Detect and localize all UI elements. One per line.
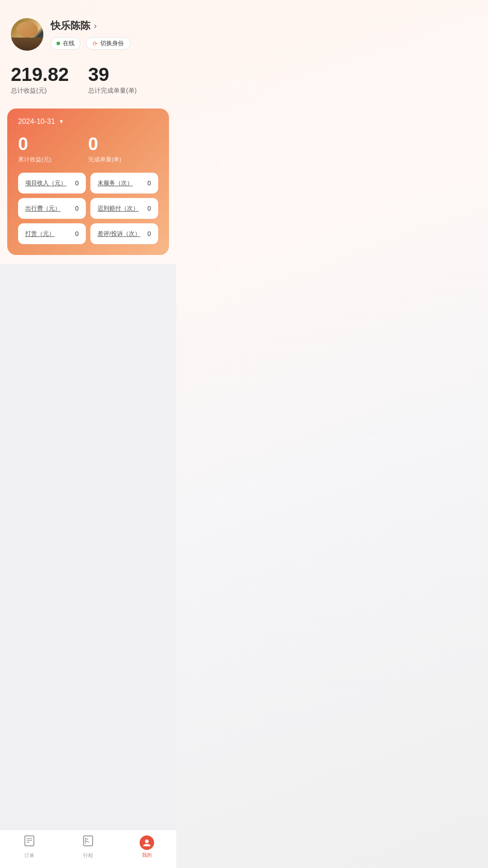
date-card: 2024-10-31 ▼ 0 累计收益(元) 0 完成单量(单) 项目收入（元）… <box>7 108 169 255</box>
detail-item-3[interactable]: 迟到赔付（次） 0 <box>90 198 158 219</box>
detail-value-3: 0 <box>147 205 151 212</box>
nav-item-mine[interactable]: 我的 <box>129 835 165 859</box>
nav-item-orders[interactable]: 订单 <box>11 835 47 859</box>
date-selector[interactable]: 2024-10-31 ▼ <box>18 118 158 126</box>
detail-value-4: 0 <box>75 230 79 237</box>
svg-rect-0 <box>25 836 34 846</box>
online-label: 在线 <box>63 39 75 47</box>
avatar[interactable] <box>11 18 43 51</box>
svg-line-6 <box>85 838 88 840</box>
username-row: 快乐陈陈 › <box>51 19 131 33</box>
detail-item-1[interactable]: 未服务（次） 0 <box>90 173 158 193</box>
detail-label-5: 差评/投诉（次） <box>98 230 141 238</box>
switch-label: 切换身份 <box>100 39 124 47</box>
detail-value-1: 0 <box>147 179 151 187</box>
cumulative-earnings-value: 0 <box>18 134 88 154</box>
order-icon <box>23 835 36 850</box>
header-section: 快乐陈陈 › 在线 ⟳ 切换身份 <box>0 0 176 60</box>
detail-item-2[interactable]: 出行费（元） 0 <box>18 198 86 219</box>
total-earnings-label: 总计收益(元) <box>11 87 88 95</box>
chevron-right-icon: › <box>94 21 97 31</box>
detail-value-5: 0 <box>147 230 151 237</box>
completed-orders-label: 完成单量(单) <box>88 156 158 164</box>
detail-label-2: 出行费（元） <box>25 204 61 212</box>
svg-point-8 <box>145 840 149 843</box>
detail-value-2: 0 <box>75 205 79 212</box>
bottom-nav: 订单 行程 我的 <box>0 830 176 868</box>
avatar-image <box>11 18 43 51</box>
detail-label-3: 迟到赔付（次） <box>98 204 139 212</box>
card-stats: 0 累计收益(元) 0 完成单量(单) <box>18 134 158 164</box>
online-dot-icon <box>56 42 60 45</box>
total-orders-label: 总计完成单量(单) <box>88 87 165 95</box>
header-info: 快乐陈陈 › 在线 ⟳ 切换身份 <box>51 19 131 50</box>
cumulative-earnings-stat: 0 累计收益(元) <box>18 134 88 164</box>
total-earnings-stat: 219.82 总计收益(元) <box>11 64 88 95</box>
page-container: 快乐陈陈 › 在线 ⟳ 切换身份 219.82 总计收益(元) 39 总计完成单 <box>0 0 176 868</box>
svg-line-7 <box>85 841 89 842</box>
switch-icon: ⟳ <box>93 40 98 47</box>
stats-section: 219.82 总计收益(元) 39 总计完成单量(单) <box>0 60 176 108</box>
date-text: 2024-10-31 <box>18 118 55 126</box>
nav-item-trip[interactable]: 行程 <box>70 835 106 859</box>
detail-label-4: 打赏（元） <box>25 230 55 238</box>
switch-identity-button[interactable]: ⟳ 切换身份 <box>86 37 131 50</box>
detail-value-0: 0 <box>75 179 79 187</box>
detail-grid: 项目收入（元） 0 未服务（次） 0 出行费（元） 0 迟到赔付（次） 0 打赏… <box>18 173 158 244</box>
mine-icon <box>140 835 154 850</box>
trip-icon <box>82 835 94 850</box>
status-row: 在线 ⟳ 切换身份 <box>51 37 131 50</box>
mine-nav-label: 我的 <box>142 852 152 859</box>
detail-item-4[interactable]: 打赏（元） 0 <box>18 223 86 244</box>
svg-rect-4 <box>84 836 93 846</box>
username: 快乐陈陈 <box>51 19 90 33</box>
online-badge: 在线 <box>51 37 80 50</box>
orders-nav-label: 订单 <box>24 852 34 859</box>
date-chevron-down-icon: ▼ <box>59 118 64 125</box>
total-earnings-value: 219.82 <box>11 64 88 85</box>
completed-orders-value: 0 <box>88 134 158 154</box>
detail-label-1: 未服务（次） <box>98 179 133 187</box>
content-area <box>0 264 176 832</box>
completed-orders-stat: 0 完成单量(单) <box>88 134 158 164</box>
detail-item-0[interactable]: 项目收入（元） 0 <box>18 173 86 193</box>
cumulative-earnings-label: 累计收益(元) <box>18 156 88 164</box>
detail-item-5[interactable]: 差评/投诉（次） 0 <box>90 223 158 244</box>
total-orders-value: 39 <box>88 64 165 85</box>
trip-nav-label: 行程 <box>83 852 93 859</box>
detail-label-0: 项目收入（元） <box>25 179 66 187</box>
total-orders-stat: 39 总计完成单量(单) <box>88 64 165 95</box>
